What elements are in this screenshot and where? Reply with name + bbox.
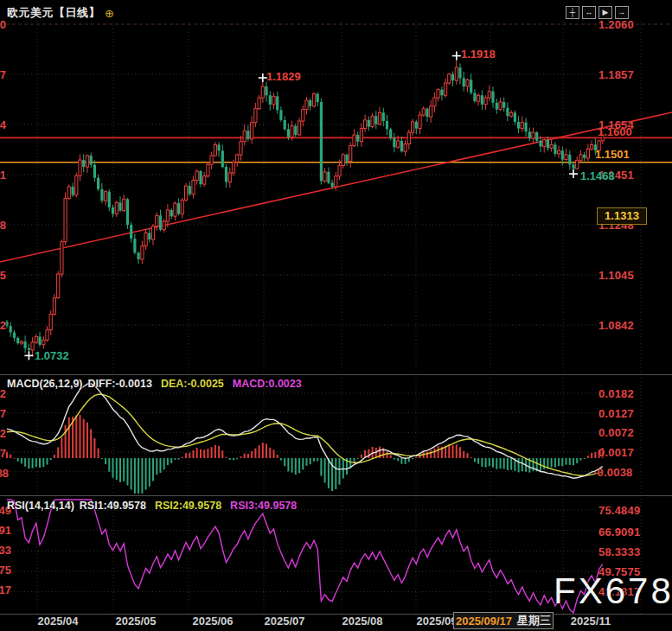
price-axis-label: 1.2060: [598, 18, 634, 31]
macd-header: MACD(26,12,9) DIFF:-0.0013 DEA:-0.0025 M…: [7, 378, 302, 390]
rsi1-value: RSI1:49.9578: [80, 500, 146, 512]
macd-axis-label: 0.0017: [598, 446, 634, 459]
chart-toolbar: ┼ ↔ ▶ →: [566, 6, 629, 19]
clipped-axis-label: 1.2060: [0, 18, 6, 31]
clipped-axis-label: 1.0842: [0, 319, 6, 332]
clipped-axis-label: 1.1654: [0, 118, 6, 131]
clipped-axis-label: 66.9091: [0, 524, 6, 537]
clipped-axis-label: 49.7575: [0, 564, 6, 577]
pan-icon[interactable]: ┼: [566, 6, 579, 19]
fx678-watermark: FX678: [554, 570, 672, 612]
rsi-axis-label: 75.4849: [598, 504, 640, 517]
high-marker-label: 1.1918: [461, 48, 496, 61]
macd-axis-label: 0.0072: [598, 426, 634, 439]
clipped-axis-label: 75.4849: [0, 504, 6, 517]
x-axis-label: 2025/06: [182, 615, 243, 628]
x-axis-label: 2025/05: [106, 615, 166, 628]
resistance-level-label: 1.1600: [598, 125, 632, 138]
chart-canvas[interactable]: [0, 0, 672, 631]
macd-axis-label: 0.0127: [598, 407, 634, 420]
x-axis-label: 2025/07: [254, 615, 315, 628]
x-axis-label: 2025/08: [332, 615, 393, 628]
clipped-axis-label: 1.1045: [0, 269, 6, 282]
rsi-header: RSI(14,14,14) RSI1:49.9578 RSI2:49.9578 …: [7, 500, 297, 512]
add-indicator-icon[interactable]: ⊕: [105, 8, 114, 19]
price-axis-label: 1.1045: [598, 269, 634, 282]
high-marker-label: 1.1829: [266, 70, 301, 83]
x-axis-label: 2025/04: [28, 615, 88, 628]
clipped-axis-label: 41.1817: [0, 583, 6, 596]
macd-axis-label: -0.0038: [593, 466, 633, 479]
macd-axis-label: 0.0182: [598, 387, 634, 400]
clipped-axis-label: 1.1451: [0, 169, 6, 182]
clipped-axis-label: 1.1248: [0, 219, 6, 232]
clipped-axis-label: 0.0072: [0, 427, 6, 440]
clipped-axis-label: 58.3333: [0, 544, 6, 557]
chart-window: 欧元美元【日线】 ⊕ ┼ ↔ ▶ → 1.2060 1.1857 1.1654 …: [0, 0, 672, 631]
clipped-axis-label: 1.1857: [0, 68, 6, 81]
shift-right-icon[interactable]: →: [615, 6, 629, 19]
crosshair-date: 2025/09/17: [456, 615, 512, 628]
clipped-axis-label: 0.0182: [0, 387, 6, 400]
rsi-axis-label: 66.9091: [598, 526, 640, 539]
titlebar: 欧元美元【日线】 ⊕: [7, 5, 114, 21]
x-axis-label: 2025/11: [560, 615, 621, 628]
clipped-axis-label: 0.0127: [0, 407, 6, 420]
symbol-title: 欧元美元【日线】: [7, 5, 100, 21]
support-level-label: 1.1501: [595, 148, 630, 161]
macd-macd-value: MACD:0.0023: [233, 378, 302, 390]
rsi-axis-label: 58.3333: [598, 545, 640, 558]
clipped-axis-label: 0.0017: [0, 447, 6, 460]
fit-horizontal-icon[interactable]: ↔: [582, 6, 596, 19]
macd-dea-value: DEA:-0.0025: [161, 378, 224, 390]
crosshair-weekday: 星期三: [517, 613, 551, 628]
crosshair-date-badge: 2025/09/17 星期三: [453, 612, 554, 629]
rsi-title: RSI(14,14,14): [7, 500, 74, 512]
rsi3-value: RSI3:49.9578: [230, 500, 297, 512]
price-axis-label: 1.0842: [598, 319, 634, 332]
current-price-badge: 1.1313: [597, 207, 647, 225]
price-axis-label: 1.1857: [598, 68, 634, 81]
clipped-axis-label: -0.0038: [0, 467, 6, 480]
low-marker-label: 1.0732: [35, 349, 69, 362]
low-marker-label: 1.1468: [580, 169, 615, 182]
rsi2-value: RSI2:49.9578: [155, 500, 221, 512]
fit-vertical-icon[interactable]: ▶: [598, 6, 612, 19]
macd-title: MACD(26,12,9): [7, 378, 83, 390]
macd-diff-value: DIFF:-0.0013: [88, 378, 152, 390]
